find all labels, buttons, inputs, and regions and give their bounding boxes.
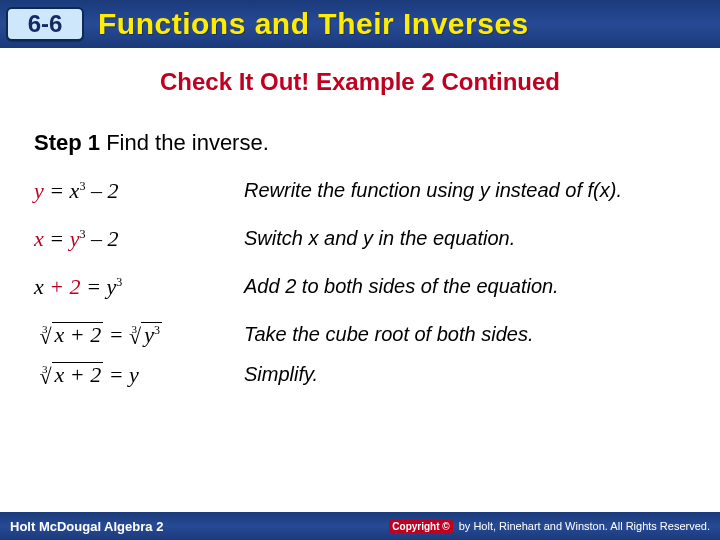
equation-row: y = x3 – 2 Rewrite the function using y … bbox=[34, 178, 686, 204]
slide-footer: Holt McDougal Algebra 2 Copyright © by H… bbox=[0, 512, 720, 540]
step-text: Find the inverse. bbox=[106, 130, 269, 155]
footer-right: Copyright © by Holt, Rinehart and Winsto… bbox=[389, 520, 710, 533]
equation-row: x = y3 – 2 Switch x and y in the equatio… bbox=[34, 226, 686, 252]
chapter-badge: 6-6 bbox=[6, 7, 84, 41]
explanation: Add 2 to both sides of the equation. bbox=[244, 274, 686, 299]
equation: y = x3 – 2 bbox=[34, 178, 244, 204]
explanation: Simplify. bbox=[244, 362, 686, 387]
step-label: Step 1 bbox=[34, 130, 100, 155]
footer-left: Holt McDougal Algebra 2 bbox=[10, 519, 163, 534]
slide-header: 6-6 Functions and Their Inverses bbox=[0, 0, 720, 48]
copyright-text: by Holt, Rinehart and Winston. All Right… bbox=[459, 520, 710, 532]
slide-subtitle: Check It Out! Example 2 Continued bbox=[0, 68, 720, 96]
equation: x + 2 = y3 bbox=[34, 274, 244, 300]
equation-row: x + 2 = y3 Add 2 to both sides of the eq… bbox=[34, 274, 686, 300]
explanation: Take the cube root of both sides. bbox=[244, 322, 686, 347]
equation-row: 3√x + 2 = y Simplify. bbox=[34, 362, 686, 388]
explanation: Rewrite the function using y instead of … bbox=[244, 178, 686, 203]
slide-title: Functions and Their Inverses bbox=[98, 7, 720, 41]
equation: 3√x + 2 =3√ y3 bbox=[34, 322, 244, 348]
slide: 6-6 Functions and Their Inverses Check I… bbox=[0, 0, 720, 540]
equation: x = y3 – 2 bbox=[34, 226, 244, 252]
equation-row: 3√x + 2 =3√ y3 Take the cube root of bot… bbox=[34, 322, 686, 348]
equation: 3√x + 2 = y bbox=[34, 362, 244, 388]
equation-rows: y = x3 – 2 Rewrite the function using y … bbox=[34, 178, 686, 388]
copyright-badge: Copyright © bbox=[389, 520, 452, 533]
explanation: Switch x and y in the equation. bbox=[244, 226, 686, 251]
step-heading: Step 1 Find the inverse. bbox=[34, 130, 686, 156]
slide-body: Step 1 Find the inverse. y = x3 – 2 Rewr… bbox=[0, 96, 720, 388]
